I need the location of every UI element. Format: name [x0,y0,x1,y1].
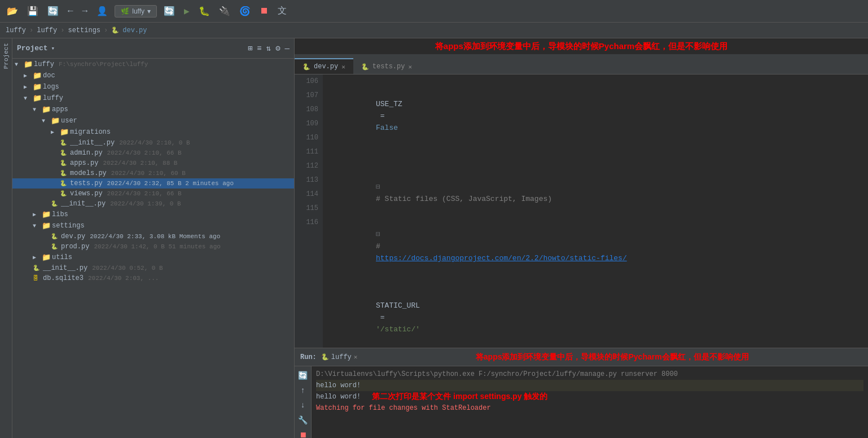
tab-close-icon[interactable]: ✕ [341,63,345,71]
profile-icon[interactable]: 🌀 [237,5,253,18]
expand-icon[interactable]: ≡ [257,44,261,53]
py-icon: 🐍 [33,265,43,271]
branch-name: luffy [132,7,144,15]
py-icon: 🐍 [60,180,70,187]
code-content[interactable]: USE_TZ = False ⊟ # Static files (CSS, Ja… [323,75,868,348]
tree-item-luffy[interactable]: ▼ 📁 luffy [12,93,294,104]
run-tab[interactable]: 🐍 luffy ✕ [321,353,358,361]
tree-item-libs[interactable]: ▶ 📁 libs [12,209,294,220]
scroll-up-icon[interactable]: ↑ [299,385,306,396]
tree-item-apps[interactable]: ▼ 📁 apps [12,104,294,115]
debug-icon[interactable]: 🐛 [196,5,212,18]
tree-label: luffy [43,94,63,102]
breadcrumb-devpy[interactable]: dev.py [122,27,147,34]
tree-item-settings[interactable]: ▼ 📁 settings [12,220,294,231]
code-line-108 [332,146,868,157]
py-icon: 🐍 [51,233,61,240]
tree-item-views[interactable]: 🐍 views.py 2022/4/30 2:10, 66 B [12,189,294,199]
collapse-all-icon[interactable]: ⊞ [248,43,252,53]
tree-item-root[interactable]: ▼ 📁 luffy F:\synchro\Project\luffy [12,59,294,70]
tree-item-models[interactable]: 🐍 models.py 2022/4/30 2:10, 60 B [12,168,294,178]
tree-label: settings [52,222,85,230]
tree-item-init1[interactable]: 🐍 __init__.py 2022/4/30 2:10, 0 B [12,138,294,148]
tab-py-icon2: 🐍 [361,63,369,71]
minimize-icon[interactable]: — [285,44,290,53]
run-left-actions: 🔄 ↑ ↓ 🔧 ⏹ 📌 [295,366,312,438]
breadcrumb-settings[interactable]: settings [68,27,100,34]
tree-label: apps.py [70,159,98,167]
run-header: Run: 🐍 luffy ✕ 将apps添加到环境变量中后，导模块的时候Pych… [295,348,868,366]
tree-item-tests[interactable]: 🐍 tests.py 2022/4/30 2:32, 85 B 2 minute… [12,178,294,189]
tree-item-sqlite[interactable]: 🗄 db.sqlite3 2022/4/30 2:03, ... [12,273,294,283]
main-toolbar: 📂 💾 🔄 ← → 👤 🌿 luffy ▾ 🔄 ▶ 🐛 🔌 🌀 ⏹ 文 [0,0,868,23]
tree-label: __init__.py [61,200,106,208]
tree-label: user [61,117,77,125]
coverage-icon[interactable]: 🔌 [217,5,233,18]
tree-label: utils [52,253,72,261]
tree-meta: F:\synchro\Project\luffy [59,61,148,68]
folder-icon: 📁 [42,253,52,262]
tab-testspy[interactable]: 🐍 tests.py ✕ [353,58,420,74]
run-tab-close[interactable]: ✕ [354,353,358,361]
file-tree: ▼ 📁 luffy F:\synchro\Project\luffy ▶ 📁 d… [12,59,294,438]
line-num-109: 109 [295,117,323,131]
tab-devpy[interactable]: 🐍 dev.py ✕ [295,58,353,74]
tree-item-appsfile[interactable]: 🐍 apps.py 2022/4/30 2:10, 88 B [12,158,294,168]
tree-item-devpy[interactable]: 🐍 dev.py 2022/4/30 2:33, 3.08 kB Moments… [12,231,294,242]
tab-bar: 🐍 dev.py ✕ 🐍 tests.py ✕ [295,54,868,75]
back-icon[interactable]: ← [65,5,76,17]
tab-close-icon2[interactable]: ✕ [408,63,412,71]
left-strip: Project [0,38,12,438]
forward-icon[interactable]: → [80,5,90,17]
rerun-icon[interactable]: 🔄 [297,370,309,382]
line-num-106: 106 [295,75,323,89]
tree-label: doc [43,72,55,80]
line-num-108: 108 [295,103,323,117]
save-icon[interactable]: 💾 [25,5,41,18]
filter-icon[interactable]: ⇅ [266,43,271,53]
py-icon: 🐍 [60,160,70,167]
run-label: Run: [300,353,317,361]
sync-icon[interactable]: 🔄 [45,5,61,18]
tree-label: models.py [70,169,107,177]
tree-item-init2[interactable]: 🐍 __init__.py 2022/4/30 1:39, 0 B [12,199,294,209]
tree-item-doc[interactable]: ▶ 📁 doc [12,70,294,81]
tree-item-logs[interactable]: ▶ 📁 logs [12,81,294,93]
user-icon[interactable]: 👤 [94,5,110,18]
tree-item-admin[interactable]: 🐍 admin.py 2022/4/30 2:10, 66 B [12,148,294,158]
tree-item-utils[interactable]: ▶ 📁 utils [12,252,294,263]
tree-item-migrations[interactable]: ▶ 📁 migrations [12,126,294,138]
folder-open-icon: 📁 [51,116,61,125]
project-panel: Project ▾ ⊞ ≡ ⇅ ⚙ — ▼ 📁 luffy F:\synchro… [12,38,295,438]
tree-item-init3[interactable]: 🐍 __init__.py 2022/4/30 0:52, 0 B [12,263,294,273]
run-tab-icon: 🐍 [321,353,329,361]
folder-icon: 📁 [42,210,52,219]
tree-item-user[interactable]: ▼ 📁 user [12,115,294,126]
panel-dropdown-icon[interactable]: ▾ [51,45,55,52]
breadcrumb-luffy2[interactable]: luffy [37,27,57,34]
arrow-icon: ▼ [15,62,24,68]
translate-icon[interactable]: 文 [275,4,289,18]
open-file-icon[interactable]: 📂 [5,5,20,18]
arrow-icon: ▼ [33,223,42,229]
annotation-text3: 第二次打印是某个文件 import settings.py 触发的 [372,392,547,402]
breadcrumb-luffy1[interactable]: luffy [6,27,26,34]
run-icon[interactable]: ▶ [182,5,192,18]
py-icon: 🐍 [51,243,61,250]
wrench-icon[interactable]: 🔧 [297,414,309,426]
code-line-111: ⊟ # https://docs.djangoproject.com/en/2.… [332,217,868,276]
stop-run-icon[interactable]: ⏹ [298,430,308,438]
tree-item-prodpy[interactable]: 🐍 prod.py 2022/4/30 1:42, 0 B 51 minutes… [12,242,294,252]
stop-icon[interactable]: ⏹ [257,5,271,17]
folder-open-icon: 📁 [24,60,34,69]
tree-meta: 2022/4/30 2:33, 3.08 kB Moments ago [90,233,220,240]
scroll-down-icon[interactable]: ↓ [299,400,306,411]
branch-button[interactable]: 🌿 luffy ▾ [115,5,157,17]
tree-label: prod.py [61,243,89,251]
py-icon: 🐍 [51,200,61,207]
settings-gear-icon[interactable]: ⚙ [275,43,280,53]
refresh-icon[interactable]: 🔄 [161,5,177,18]
tree-label: admin.py [70,149,103,157]
branch-dropdown-icon: ▾ [147,7,151,15]
tree-label: __init__.py [43,264,87,272]
